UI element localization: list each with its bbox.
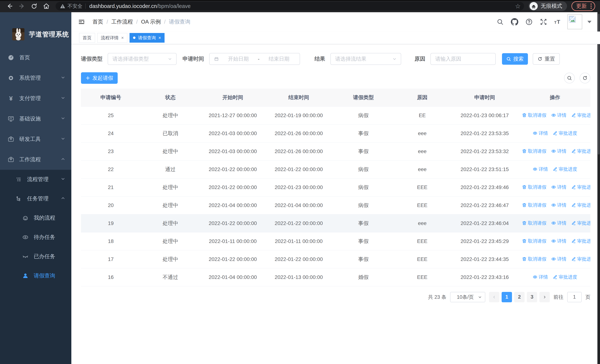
font-size-icon[interactable]: TT <box>554 19 560 25</box>
action-detail-link[interactable]: 详情 <box>551 148 566 154</box>
github-icon[interactable] <box>511 18 518 26</box>
action-cancel-link[interactable]: 取消请假 <box>522 238 546 244</box>
action-cancel-link[interactable]: 取消请假 <box>522 112 546 118</box>
reason-input[interactable]: 请输入原因 <box>431 53 496 65</box>
action-progress-link[interactable]: 审批进度 <box>553 274 577 280</box>
action-detail-link[interactable]: 详情 <box>533 274 548 280</box>
page-size-select[interactable]: 10条/页 <box>450 292 485 302</box>
action-progress-link[interactable]: 审批进度 <box>571 256 590 262</box>
refresh-table-button[interactable] <box>580 73 590 84</box>
action-cancel-link[interactable]: 取消请假 <box>522 256 546 262</box>
table-row[interactable]: 20处理中2022-01-04 00:00:002022-01-04 00:00… <box>81 196 590 214</box>
header-search-icon[interactable] <box>497 18 504 26</box>
table-row[interactable]: 21处理中2022-01-22 00:00:002022-01-23 00:00… <box>81 178 590 196</box>
next-page-button[interactable] <box>539 292 550 302</box>
browser-back-button[interactable] <box>6 2 14 10</box>
action-progress-link[interactable]: 审批进度 <box>553 166 577 172</box>
avatar[interactable] <box>567 14 582 29</box>
app-logo-row[interactable]: 芋道管理系统 <box>12 28 71 40</box>
page-button-2[interactable]: 2 <box>514 292 525 302</box>
browser-menu-icon[interactable] <box>591 3 592 9</box>
action-progress-link[interactable]: 审批进度 <box>571 202 590 208</box>
table-row[interactable]: 23处理中2022-01-03 00:00:002022-01-26 00:00… <box>81 142 590 160</box>
action-cancel-link[interactable]: 取消请假 <box>522 220 546 226</box>
help-icon[interactable] <box>525 18 533 26</box>
table-row[interactable]: 17处理中2022-01-22 00:00:002022-01-22 00:00… <box>81 250 590 268</box>
browser-reload-button[interactable] <box>30 2 38 10</box>
action-detail-link[interactable]: 详情 <box>551 184 566 190</box>
sidebar-collapse-icon[interactable] <box>77 18 86 26</box>
action-detail-link[interactable]: 详情 <box>551 220 566 226</box>
update-label[interactable]: 更新 <box>576 2 587 10</box>
table-row[interactable]: 16不通过2022-01-04 00:00:002022-01-13 00:00… <box>81 268 590 286</box>
sidebar-item-system[interactable]: 系统管理 <box>0 68 71 88</box>
create-leave-button[interactable]: 发起请假 <box>81 72 118 84</box>
close-icon[interactable]: × <box>159 35 161 40</box>
action-cancel-link[interactable]: 取消请假 <box>522 148 546 154</box>
search-button[interactable]: 搜索 <box>502 53 528 65</box>
sidebar-item-done-tasks[interactable]: 已办任务 <box>0 247 71 266</box>
browser-scrollbar[interactable] <box>597 12 600 364</box>
leave-type-select[interactable]: 请选择请假类型 <box>108 53 177 65</box>
action-detail-link[interactable]: 详情 <box>551 202 566 208</box>
table-row[interactable]: 18处理中2022-01-11 00:00:002022-01-11 00:00… <box>81 232 590 250</box>
action-progress-link[interactable]: 审批进度 <box>571 238 590 244</box>
action-detail-link[interactable]: 详情 <box>551 256 566 262</box>
table-row[interactable]: 19处理中2022-01-22 00:00:002022-01-22 00:00… <box>81 214 590 232</box>
sidebar-item-home[interactable]: 首页 <box>0 47 71 68</box>
cell-reason: eee <box>395 214 450 232</box>
start-date-placeholder[interactable]: 开始日期 <box>222 56 254 63</box>
tab-leave-query[interactable]: 请假查询 × <box>130 33 165 43</box>
action-detail-link[interactable]: 详情 <box>551 112 566 118</box>
sidebar-item-workflow[interactable]: 工作流程 <box>0 149 71 170</box>
goto-label: 前往 <box>553 294 563 300</box>
action-cancel-link[interactable]: 取消请假 <box>522 184 546 190</box>
action-progress-link[interactable]: 审批进度 <box>571 112 590 118</box>
sidebar-item-payment[interactable]: ¥ 支付管理 <box>0 88 71 109</box>
address-bar[interactable]: 不安全 dashboard.yudao.iocoder.cn/bpm/oa/le… <box>56 2 524 10</box>
breadcrumb-item[interactable]: OA 示例 <box>141 18 161 26</box>
result-select[interactable]: 请选择流结果 <box>330 53 401 65</box>
breadcrumb-item[interactable]: 工作流程 <box>111 18 133 26</box>
fullscreen-icon[interactable] <box>540 18 547 26</box>
avatar-caret-icon[interactable] <box>587 21 591 23</box>
reset-button[interactable]: 重置 <box>533 53 560 65</box>
action-detail-link[interactable]: 详情 <box>533 166 548 172</box>
bookmark-star-icon[interactable]: ☆ <box>515 2 521 10</box>
apply-time-label: 申请时间 <box>183 55 204 63</box>
sidebar-item-process-mgmt[interactable]: 流程管理 <box>0 170 71 189</box>
action-cancel-link[interactable]: 取消请假 <box>522 202 546 208</box>
security-label[interactable]: 不安全 <box>67 3 83 9</box>
breadcrumb-item[interactable]: 首页 <box>93 18 103 26</box>
action-progress-link[interactable]: 审批进度 <box>571 220 590 226</box>
action-detail-link[interactable]: 详情 <box>533 130 548 136</box>
tab-home[interactable]: 首页 <box>79 33 95 43</box>
sidebar-item-infra[interactable]: 基础设施 <box>0 109 71 129</box>
action-detail-link[interactable]: 详情 <box>551 238 566 244</box>
table-row[interactable]: 22通过2022-01-22 00:00:002022-01-22 00:00:… <box>81 160 590 178</box>
sidebar-item-leave-query[interactable]: 请假查询 <box>0 266 71 285</box>
eye-icon <box>551 185 556 189</box>
goto-page-input[interactable]: 1 <box>567 292 582 302</box>
action-progress-link[interactable]: 审批进度 <box>553 130 577 136</box>
sidebar-item-devtools[interactable]: 研发工具 <box>0 129 71 149</box>
browser-update-button[interactable]: 更新 <box>572 1 595 11</box>
sidebar-item-task-mgmt[interactable]: 任务管理 <box>0 189 71 208</box>
toggle-search-button[interactable] <box>564 73 575 84</box>
browser-forward-button[interactable] <box>18 2 26 10</box>
date-range-picker[interactable]: 开始日期 - 结束日期 <box>209 53 300 65</box>
tab-process-detail[interactable]: 流程详情 × <box>97 33 127 43</box>
table-row[interactable]: 24已取消2022-01-03 00:00:002022-01-26 00:00… <box>81 124 590 142</box>
page-button-3[interactable]: 3 <box>527 292 537 302</box>
action-progress-link[interactable]: 审批进度 <box>571 148 590 154</box>
table-row[interactable]: 25处理中2021-12-27 00:00:002022-01-19 00:00… <box>81 106 590 124</box>
end-date-placeholder[interactable]: 结束日期 <box>263 56 295 63</box>
sidebar-item-my-process[interactable]: 我的流程 <box>0 208 71 228</box>
eye-icon <box>551 113 556 118</box>
page-button-1[interactable]: 1 <box>502 292 512 302</box>
browser-home-button[interactable] <box>42 2 50 10</box>
action-progress-link[interactable]: 审批进度 <box>571 184 590 190</box>
prev-page-button[interactable] <box>489 292 499 302</box>
sidebar-item-todo-tasks[interactable]: 待办任务 <box>0 228 71 247</box>
close-icon[interactable]: × <box>121 35 124 40</box>
